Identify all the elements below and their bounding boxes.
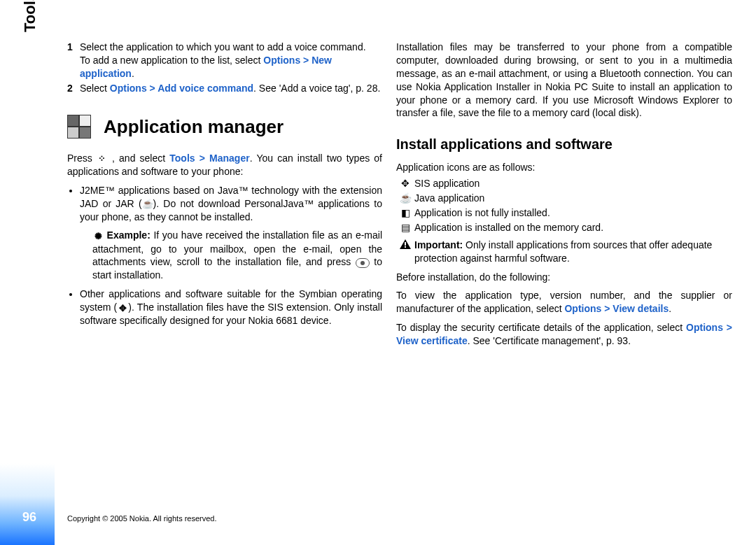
menu-key-icon: ⁘ — [97, 153, 108, 165]
partial-install-icon: ◧ — [396, 206, 414, 220]
view-cert-paragraph: To display the security certificate deta… — [396, 321, 732, 348]
link-options[interactable]: Options — [686, 322, 723, 333]
step1-text: Select the application to which you want… — [80, 41, 366, 52]
gt: > — [300, 55, 312, 66]
heading-install-apps: Install applications and software — [396, 135, 732, 154]
sis-icon: ✥ — [117, 302, 128, 315]
icon-row-sis: ✥ SIS application — [396, 177, 732, 190]
vc-post: . See 'Certificate management', p. 93. — [468, 335, 631, 346]
application-types-list: J2ME™ applications based on Java™ techno… — [67, 184, 382, 327]
icon-label: Application is not fully installed. — [414, 206, 732, 220]
icon-row-memcard: ▤ Application is installed on the memory… — [396, 221, 732, 234]
list-item: Other applications and software suitable… — [80, 288, 382, 327]
step-body: Select the application to which you want… — [80, 41, 382, 80]
step-number: 2 — [67, 82, 80, 95]
important-label: Important: — [414, 239, 463, 250]
heading-application-manager: Application manager — [104, 115, 284, 139]
step-2: 2 Select Options > Add voice command. Se… — [67, 82, 382, 95]
icon-label: Java application — [414, 192, 732, 205]
java-icon: ☕ — [142, 198, 153, 211]
step-body: Select Options > Add voice command. See … — [80, 82, 382, 95]
page-sheet: Tools 1 Select the application to which … — [0, 0, 756, 545]
press-pre: Press — [67, 153, 97, 164]
tip-icon: ✺ — [92, 230, 104, 243]
step2-post: . See 'Add a voice tag', p. 28. — [253, 83, 380, 94]
vc-pre: To display the security certificate deta… — [396, 322, 686, 333]
link-add-voice-command[interactable]: Add voice command — [158, 83, 253, 94]
application-manager-icon — [67, 115, 91, 139]
important-text-body: Important: Only install applications fro… — [414, 239, 732, 265]
link-options[interactable]: Options — [263, 55, 300, 66]
link-options[interactable]: Options — [110, 83, 147, 94]
sis-icon: ✥ — [396, 177, 414, 190]
example-label: Example: — [104, 229, 153, 241]
press-paragraph: Press ⁘ , and select Tools > Manager. Yo… — [67, 152, 382, 178]
memory-card-icon: ▤ — [396, 221, 414, 234]
link-manager[interactable]: Manager — [209, 153, 250, 164]
link-tools[interactable]: Tools — [169, 153, 195, 164]
application-manager-heading-row: Application manager — [67, 115, 382, 139]
icon-row-partial: ◧ Application is not fully installed. — [396, 206, 732, 220]
side-gradient-band — [0, 0, 55, 545]
press-mid: , and select — [108, 153, 169, 164]
step2-pre: Select — [80, 83, 110, 94]
link-view-details[interactable]: View details — [612, 303, 668, 314]
icon-row-java: ☕ Java application — [396, 192, 732, 205]
svg-rect-2 — [405, 246, 406, 248]
install-transfer-paragraph: Installation files may be transferred to… — [396, 41, 732, 120]
java-icon: ☕ — [396, 192, 414, 205]
link-options[interactable]: Options — [564, 303, 601, 314]
step1-hint-pre: To add a new application to the list, se… — [80, 55, 263, 66]
step1-period: . — [132, 68, 134, 79]
view-details-paragraph: To view the application type, version nu… — [396, 289, 732, 316]
example-block: ✺ Example: If you have received the inst… — [92, 229, 382, 282]
vd-post: . — [668, 303, 671, 314]
gt: > — [723, 322, 732, 333]
left-column: 1 Select the application to which you wa… — [67, 41, 382, 333]
important-icon — [396, 239, 414, 265]
icon-label: Application is installed on the memory c… — [414, 221, 732, 234]
step-1: 1 Select the application to which you wa… — [67, 41, 382, 80]
link-view-certificate[interactable]: View certificate — [396, 335, 468, 346]
important-block: Important: Only install applications fro… — [396, 239, 732, 265]
center-key-icon — [356, 258, 370, 268]
side-tab-label: Tools — [20, 0, 41, 32]
list-item: J2ME™ applications based on Java™ techno… — [80, 184, 382, 283]
gt: > — [195, 153, 209, 164]
gt: > — [147, 83, 158, 94]
before-install-paragraph: Before installation, do the following: — [396, 271, 732, 284]
right-column: Installation files may be transferred to… — [396, 41, 732, 353]
copyright-line: Copyright © 2005 Nokia. All rights reser… — [67, 514, 217, 524]
svg-rect-1 — [405, 242, 406, 246]
page-number: 96 — [22, 509, 36, 525]
icon-label: SIS application — [414, 177, 732, 190]
step-number: 1 — [67, 41, 80, 80]
icons-intro: Application icons are as follows: — [396, 161, 732, 174]
gt: > — [601, 303, 612, 314]
